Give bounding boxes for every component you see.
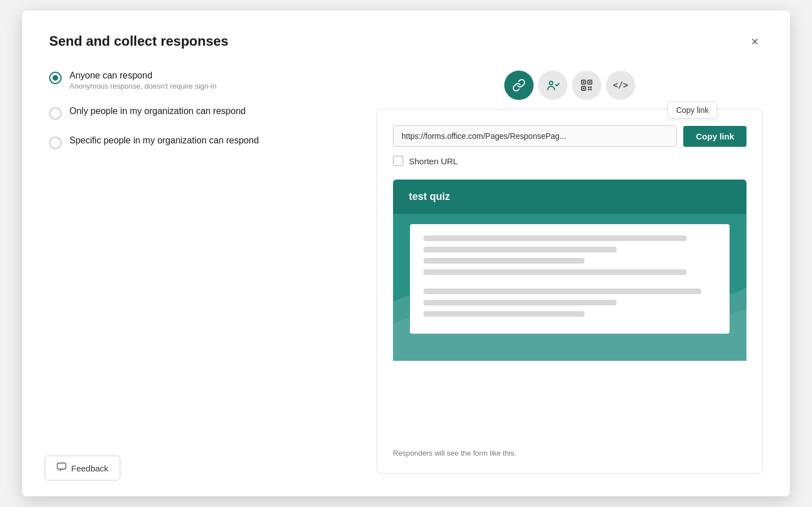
- tab-icons-row: </>: [377, 71, 763, 100]
- send-collect-dialog: Send and collect responses × Anyone can …: [22, 11, 790, 496]
- left-panel: Anyone can respond Anonymous response, d…: [49, 71, 377, 474]
- radio-label-specific: Specific people in my organization can r…: [69, 136, 259, 146]
- qr-icon: [580, 78, 593, 92]
- copy-link-button[interactable]: Copy link: [683, 126, 746, 147]
- copy-link-tooltip: Copy link: [667, 102, 717, 119]
- preview-line-3: [424, 258, 584, 264]
- shorten-url-row: Shorten URL: [393, 156, 746, 166]
- dialog-header: Send and collect responses ×: [49, 33, 763, 50]
- preview-form-title: test quiz: [409, 191, 450, 202]
- radio-circle-specific: [49, 137, 62, 149]
- radio-org[interactable]: Only people in my organization can respo…: [49, 106, 354, 120]
- radio-circle-anyone: [49, 72, 62, 84]
- radio-anyone[interactable]: Anyone can respond Anonymous response, d…: [49, 71, 354, 90]
- url-input[interactable]: [393, 125, 676, 147]
- svg-point-0: [549, 81, 553, 85]
- preview-gap: [424, 281, 716, 289]
- link-icon: [512, 78, 526, 92]
- url-row: Copy link: [393, 125, 746, 147]
- preview-line-6: [424, 300, 617, 305]
- right-panel: </> Copy link Copy link Shorten URL: [377, 71, 763, 474]
- svg-rect-7: [588, 86, 590, 88]
- preview-line-2: [424, 247, 617, 252]
- radio-specific[interactable]: Specific people in my organization can r…: [49, 136, 354, 149]
- radio-label-wrap-anyone: Anyone can respond Anonymous response, d…: [69, 71, 216, 90]
- svg-rect-6: [583, 88, 584, 89]
- radio-label-wrap-org: Only people in my organization can respo…: [69, 106, 246, 116]
- svg-rect-11: [58, 463, 66, 469]
- radio-circle-org: [49, 107, 62, 120]
- dialog-body: Anyone can respond Anonymous response, d…: [49, 71, 763, 474]
- radio-label-org: Only people in my organization can respo…: [69, 106, 246, 116]
- preview-body: [393, 214, 746, 361]
- chat-icon: [56, 462, 67, 472]
- preview-container: test quiz: [393, 180, 746, 442]
- feedback-label: Feedback: [71, 464, 108, 473]
- radio-label-wrap-specific: Specific people in my organization can r…: [69, 136, 259, 146]
- radio-label-anyone: Anyone can respond: [69, 71, 216, 81]
- shorten-url-checkbox[interactable]: [393, 156, 403, 166]
- svg-rect-9: [588, 89, 590, 90]
- svg-rect-10: [590, 89, 592, 90]
- link-panel: Copy link Copy link Shorten URL test qui…: [377, 109, 763, 474]
- tab-qr-button[interactable]: [572, 71, 601, 100]
- preview-line-7: [424, 311, 584, 317]
- preview-line-5: [424, 289, 701, 294]
- tab-link-button[interactable]: [504, 71, 534, 100]
- tab-share-button[interactable]: [538, 71, 567, 100]
- form-preview: test quiz: [393, 180, 746, 457]
- tab-embed-button[interactable]: </>: [606, 71, 635, 100]
- preview-caption: Responders will see the form like this.: [393, 449, 746, 457]
- preview-line-1: [424, 235, 687, 241]
- preview-header: test quiz: [393, 180, 746, 214]
- svg-rect-8: [590, 86, 592, 88]
- preview-line-4: [424, 269, 687, 275]
- close-button[interactable]: ×: [746, 33, 763, 50]
- embed-icon: </>: [613, 80, 628, 90]
- svg-rect-4: [583, 81, 584, 83]
- share-user-icon: [546, 78, 560, 92]
- svg-rect-5: [589, 81, 591, 83]
- dialog-title: Send and collect responses: [49, 33, 228, 49]
- feedback-button[interactable]: Feedback: [45, 456, 120, 480]
- radio-sublabel-anyone: Anonymous response, doesn't require sign…: [69, 82, 216, 90]
- feedback-icon: [56, 462, 67, 474]
- preview-card: [410, 224, 730, 334]
- shorten-url-label: Shorten URL: [409, 156, 458, 166]
